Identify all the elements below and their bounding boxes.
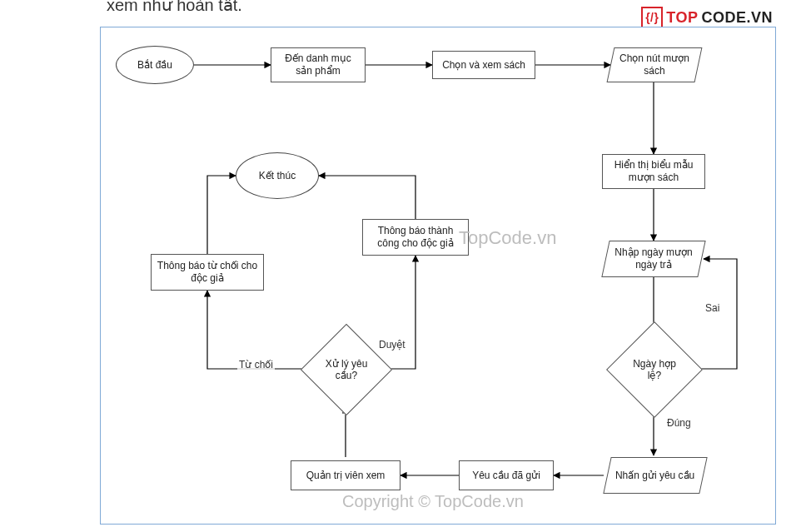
cropped-heading: xem như hoàn tất. [107, 0, 242, 15]
node-send-request: Nhấn gửi yêu cầu [603, 457, 707, 494]
node-enter-dates-label: Nhập ngày mượn ngày trả [611, 246, 696, 271]
node-end-label: Kết thúc [259, 170, 296, 182]
node-notify-reject-label: Thông báo từ chối cho độc giả [157, 260, 258, 285]
node-start: Bắt đầu [116, 46, 194, 84]
node-borrow-button-label: Chọn nút mượn sách [616, 52, 693, 77]
node-start-label: Bắt đầu [137, 59, 172, 72]
node-admin-view: Quản trị viên xem [291, 460, 400, 490]
node-catalog: Đến danh mục sản phẩm [271, 47, 366, 82]
node-process-request-label: Xử lý yêu cầu? [315, 338, 378, 401]
brand-logo: {/} TOPCODE.VN [641, 7, 773, 28]
node-request-sent: Yêu cầu đã gửi [459, 460, 554, 490]
brand-icon: {/} [641, 7, 663, 28]
node-notify-reject: Thông báo từ chối cho độc giả [151, 254, 264, 291]
node-catalog-label: Đến danh mục sản phẩm [276, 52, 360, 77]
node-valid-date-label: Ngày hợp lệ? [621, 336, 688, 403]
edge-label-true: Đúng [665, 417, 693, 429]
node-show-form: Hiển thị biểu mẫu mượn sách [602, 154, 705, 189]
flowchart-canvas: Bắt đầu Đến danh mục sản phẩm Chọn và xe… [100, 27, 776, 525]
brand-text-1: TOP [666, 9, 698, 27]
node-enter-dates: Nhập ngày mượn ngày trả [601, 241, 705, 277]
node-notify-success: Thông báo thành công cho độc giả [362, 219, 469, 256]
node-request-sent-label: Yêu cầu đã gửi [472, 470, 540, 482]
node-notify-success-label: Thông báo thành công cho độc giả [368, 225, 463, 250]
node-admin-view-label: Quản trị viên xem [306, 470, 386, 482]
page-root: xem như hoàn tất. {/} TOPCODE.VN [0, 0, 791, 532]
node-send-request-label: Nhấn gửi yêu cầu [615, 470, 694, 482]
edge-label-false: Sai [704, 302, 721, 314]
node-view-book-label: Chọn và xem sách [442, 59, 525, 72]
node-end: Kết thúc [236, 152, 319, 199]
edge-label-approve: Duyệt [377, 339, 407, 351]
edge-label-reject: Từ chối [237, 359, 275, 370]
node-show-form-label: Hiển thị biểu mẫu mượn sách [608, 159, 699, 184]
node-view-book: Chọn và xem sách [432, 51, 535, 79]
brand-text-2: CODE.VN [701, 9, 773, 27]
node-borrow-button: Chọn nút mượn sách [607, 47, 703, 82]
